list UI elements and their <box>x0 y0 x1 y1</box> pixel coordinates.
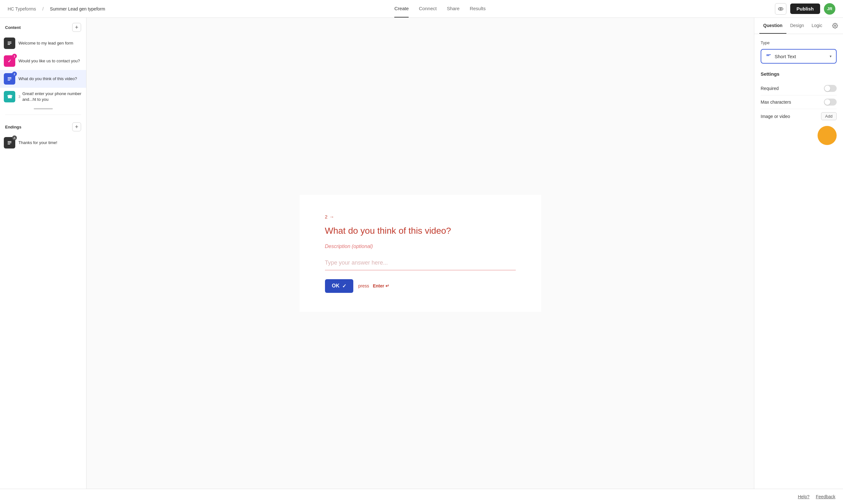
q3-item-text: Great! enter your phone number and...ht … <box>22 91 82 102</box>
add-media-button[interactable]: Add <box>821 112 837 120</box>
type-section: Type Short Text ▾ <box>754 34 843 70</box>
tab-connect[interactable]: Connect <box>419 0 436 17</box>
q2-item-text: What do you think of this video? <box>18 76 77 82</box>
short-text-icon <box>766 53 771 60</box>
intro-icon <box>4 37 15 49</box>
settings-icon[interactable] <box>832 18 838 34</box>
sidebar-divider <box>5 114 81 115</box>
sidebar-item-q3[interactable]: ☎ 3 Great! enter your phone number and..… <box>0 88 86 106</box>
main-layout: Content + Welcome to my lead gen form ✓ … <box>0 18 843 489</box>
question-card: 2 → What do you think of this video? Des… <box>300 195 541 312</box>
action-row: OK ✓ press Enter ↵ <box>325 279 516 293</box>
required-toggle[interactable] <box>824 85 837 92</box>
question-title: What do you think of this video? <box>325 226 516 236</box>
q1-item-text: Would you like us to contact you? <box>18 58 80 64</box>
ok-button[interactable]: OK ✓ <box>325 279 353 293</box>
sidebar: Content + Welcome to my lead gen form ✓ … <box>0 18 87 489</box>
image-video-row: Image or video Add <box>761 109 837 123</box>
ending-badge: A <box>13 137 16 140</box>
text-icon <box>766 53 771 58</box>
image-video-label: Image or video <box>761 114 790 119</box>
endings-section-title: Endings <box>5 125 21 129</box>
max-characters-toggle[interactable] <box>824 98 837 106</box>
scroll-indicator <box>34 108 53 109</box>
tab-results[interactable]: Results <box>470 0 486 17</box>
preview-button[interactable] <box>775 3 786 15</box>
type-dropdown[interactable]: Short Text ▾ <box>761 49 837 64</box>
required-setting-row: Required <box>761 82 837 95</box>
right-panel: Question Design Logic Type Short Text ▾ <box>754 18 843 489</box>
svg-rect-7 <box>7 80 10 80</box>
eye-icon <box>778 6 784 12</box>
opinion-icon <box>7 77 12 81</box>
tab-design[interactable]: Design <box>786 18 808 34</box>
max-characters-label: Max characters <box>761 100 791 105</box>
add-ending-button[interactable]: + <box>72 122 81 131</box>
q2-icon: 2 <box>4 73 15 85</box>
canvas-wrapper: 2 → What do you think of this video? Des… <box>87 18 754 489</box>
press-enter-hint: press Enter ↵ <box>358 283 390 288</box>
add-content-button[interactable]: + <box>72 23 81 32</box>
gold-circle-container <box>761 123 837 145</box>
svg-rect-10 <box>7 144 10 144</box>
help-link[interactable]: Help? <box>798 494 810 499</box>
bars-icon <box>7 41 12 46</box>
intro-item-text: Welcome to my lead gen form <box>18 40 73 46</box>
avatar: JR <box>824 3 836 15</box>
svg-rect-3 <box>7 43 12 43</box>
svg-rect-9 <box>7 142 12 143</box>
svg-rect-5 <box>7 77 12 78</box>
type-label: Short Text <box>775 54 826 59</box>
svg-point-1 <box>780 8 782 10</box>
tab-create[interactable]: Create <box>394 0 409 17</box>
required-label: Required <box>761 86 779 91</box>
question-number: 2 <box>325 214 327 219</box>
svg-rect-6 <box>7 78 12 79</box>
gold-circle-decoration <box>818 126 837 145</box>
ok-checkmark: ✓ <box>342 283 346 289</box>
svg-rect-4 <box>7 44 10 45</box>
q1-icon: ✓ 1 <box>4 55 15 67</box>
sidebar-item-ending-a[interactable]: A Thanks for your time! <box>0 134 86 152</box>
endings-section-header: Endings + <box>0 117 86 134</box>
brand-link[interactable]: HC Typeforms <box>7 6 36 12</box>
top-nav: HC Typeforms / Summer Lead gen typeform … <box>0 0 843 18</box>
q3-number: 3 <box>18 95 20 98</box>
sidebar-item-q2[interactable]: 2 What do you think of this video? <box>0 70 86 88</box>
nav-tabs: Create Connect Share Results <box>394 0 486 17</box>
ok-label: OK <box>332 283 340 289</box>
breadcrumb-sep: / <box>42 6 43 12</box>
footer-bar: Help? Feedback <box>0 489 843 504</box>
canvas: 2 → What do you think of this video? Des… <box>87 18 754 489</box>
sidebar-item-intro[interactable]: Welcome to my lead gen form <box>0 34 86 52</box>
settings-section: Settings Required Max characters Image o… <box>754 70 843 151</box>
tab-question[interactable]: Question <box>759 18 786 34</box>
publish-button[interactable]: Publish <box>790 3 820 14</box>
question-number-row: 2 → <box>325 214 516 219</box>
feedback-link[interactable]: Feedback <box>816 494 836 499</box>
sidebar-item-q1[interactable]: ✓ 1 Would you like us to contact you? <box>0 52 86 70</box>
max-characters-setting-row: Max characters <box>761 95 837 109</box>
press-text: press <box>358 283 369 288</box>
nav-right: Publish JR <box>775 3 836 15</box>
question-description: Description (optional) <box>325 244 516 249</box>
chevron-down-icon: ▾ <box>830 54 831 58</box>
settings-title: Settings <box>761 71 837 77</box>
tab-share[interactable]: Share <box>447 0 460 17</box>
ending-bars-icon <box>7 141 12 145</box>
q3-icon: ☎ <box>4 91 15 102</box>
content-section-header: Content + <box>0 18 86 34</box>
form-title: Summer Lead gen typeform <box>50 6 105 12</box>
q2-badge: 2 <box>14 72 15 76</box>
tab-logic[interactable]: Logic <box>808 18 826 34</box>
content-section-title: Content <box>5 25 21 30</box>
ending-icon: A <box>4 137 15 148</box>
ending-item-text: Thanks for your time! <box>18 140 57 146</box>
svg-rect-2 <box>7 42 12 42</box>
gear-icon <box>832 23 838 29</box>
type-section-label: Type <box>761 40 837 45</box>
svg-rect-8 <box>7 141 12 142</box>
answer-input[interactable] <box>325 256 516 270</box>
svg-point-11 <box>835 25 836 27</box>
q1-badge: 1 <box>14 55 15 58</box>
